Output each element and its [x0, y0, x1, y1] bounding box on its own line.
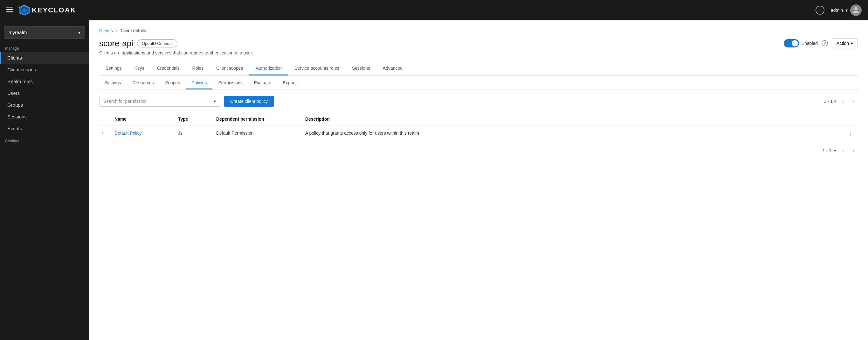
table-row: › Default Policy Js Default Permission A… — [99, 125, 858, 141]
action-button[interactable]: Action ▾ — [832, 38, 858, 48]
sidebar-item-client-scopes[interactable]: Client scopes — [0, 64, 89, 76]
help-icon[interactable]: ? — [815, 6, 825, 15]
policies-table: Name Type Dependent permission Descripti… — [99, 113, 858, 141]
hamburger-menu[interactable] — [6, 7, 13, 14]
enabled-toggle[interactable] — [784, 39, 799, 48]
svg-rect-0 — [6, 7, 13, 8]
pagination-range: 1 - 1 — [824, 99, 833, 104]
user-avatar — [850, 4, 862, 16]
pagination-bottom: 1 - 1 ▾ ‹ › — [99, 141, 858, 160]
sidebar-item-sessions[interactable]: Sessions — [0, 111, 89, 122]
col-actions — [845, 116, 858, 122]
realm-name: myrealm — [8, 30, 27, 35]
sidebar-item-clients[interactable]: Clients — [0, 52, 89, 64]
enabled-help-icon[interactable]: ? — [822, 40, 828, 47]
main-tabs: Settings Keys Credentials Roles Client s… — [99, 62, 858, 76]
pagination-bottom-chevron-icon[interactable]: ▾ — [834, 148, 836, 153]
col-description: Description — [303, 116, 845, 122]
tab-credentials[interactable]: Credentials — [151, 62, 186, 76]
breadcrumb: Clients > Client details — [99, 28, 858, 33]
row-type: Js — [176, 131, 214, 136]
pagination-bottom-range: 1 - 1 — [823, 148, 831, 153]
sidebar-section-configure: Configure — [0, 134, 89, 144]
subtab-policies[interactable]: Policies — [186, 77, 212, 89]
table-header: Name Type Dependent permission Descripti… — [99, 113, 858, 125]
enabled-label: Enabled — [802, 41, 818, 46]
row-name: Default Policy — [112, 131, 176, 136]
sidebar-item-groups[interactable]: Groups — [0, 99, 89, 111]
page-subtitle: Clients are applications and services th… — [99, 50, 858, 55]
breadcrumb-clients-link[interactable]: Clients — [99, 28, 113, 33]
user-dropdown-chevron: ▾ — [845, 8, 848, 13]
sidebar-item-events[interactable]: Events — [0, 122, 89, 134]
page-title: score-api — [99, 38, 133, 48]
top-navigation: KEYCLOAK ? admin ▾ — [0, 0, 868, 20]
search-placeholder-text: Search for permission — [103, 99, 147, 104]
enabled-toggle-container: Enabled — [784, 39, 818, 48]
tab-keys[interactable]: Keys — [128, 62, 151, 76]
openid-connect-badge: OpenID Connect — [137, 39, 178, 48]
tab-roles[interactable]: Roles — [186, 62, 210, 76]
sidebar: myrealm ▾ Manage Clients Client scopes R… — [0, 20, 89, 340]
tab-advanced[interactable]: Advanced — [376, 62, 409, 76]
breadcrumb-separator: > — [116, 28, 118, 33]
next-page-bottom-button[interactable]: › — [849, 146, 858, 155]
page-header-right: Enabled ? Action ▾ — [784, 38, 858, 48]
subtab-export[interactable]: Export — [277, 77, 301, 89]
toolbar-right: 1 - 1 ▾ ‹ › — [824, 97, 858, 106]
col-expand — [99, 116, 112, 122]
tab-authorization[interactable]: Authorization — [249, 62, 288, 76]
user-menu[interactable]: admin ▾ — [831, 4, 862, 16]
breadcrumb-current: Client details — [121, 28, 146, 33]
col-dependent-permission: Dependent permission — [214, 116, 303, 122]
realm-dropdown-icon: ▾ — [78, 30, 81, 35]
tab-settings[interactable]: Settings — [99, 62, 128, 76]
realm-selector[interactable]: myrealm ▾ — [4, 26, 85, 38]
svg-rect-2 — [6, 11, 13, 12]
create-client-policy-button[interactable]: Create client policy — [224, 96, 274, 107]
tab-client-scopes[interactable]: Client scopes — [210, 62, 249, 76]
app-logo: KEYCLOAK — [19, 4, 76, 16]
sidebar-section-manage: Manage — [0, 42, 89, 52]
topnav-right: ? admin ▾ — [815, 4, 862, 16]
prev-page-bottom-button[interactable]: ‹ — [839, 146, 848, 155]
pagination-nav: ‹ › — [839, 97, 858, 106]
row-dependent-permission: Default Permission — [214, 131, 303, 136]
search-dropdown-chevron-icon: ▾ — [214, 99, 216, 104]
subtab-permissions[interactable]: Permissions — [212, 77, 248, 89]
subtab-evaluate[interactable]: Evaluate — [248, 77, 277, 89]
col-type: Type — [176, 116, 214, 122]
username-label: admin — [831, 8, 843, 13]
main-content: Clients > Client details score-api OpenI… — [89, 20, 868, 340]
sidebar-item-realm-roles[interactable]: Realm roles — [0, 76, 89, 87]
pagination-count: 1 - 1 ▾ — [824, 99, 836, 104]
page-header: score-api OpenID Connect Enabled ? Actio… — [99, 38, 858, 48]
row-expand-icon[interactable]: › — [99, 130, 112, 136]
toolbar-left: Search for permission ▾ Create client po… — [99, 96, 274, 107]
tab-service-accounts-roles[interactable]: Service accounts roles — [288, 62, 346, 76]
next-page-button[interactable]: › — [849, 97, 858, 106]
svg-rect-1 — [6, 9, 13, 10]
prev-page-button[interactable]: ‹ — [839, 97, 848, 106]
action-label: Action — [837, 41, 849, 46]
sub-tabs: Settings Resources Scopes Policies Permi… — [99, 77, 858, 89]
subtab-resources[interactable]: Resources — [127, 77, 160, 89]
policy-name-link[interactable]: Default Policy — [115, 131, 142, 136]
permission-search-dropdown[interactable]: Search for permission ▾ — [99, 96, 220, 107]
col-name: Name — [112, 116, 176, 122]
sidebar-item-users[interactable]: Users — [0, 87, 89, 99]
subtab-settings[interactable]: Settings — [99, 77, 127, 89]
pagination-chevron-icon[interactable]: ▾ — [834, 99, 836, 104]
pagination-bottom-nav: ‹ › — [839, 146, 858, 155]
action-chevron-icon: ▾ — [851, 41, 853, 46]
policies-toolbar: Search for permission ▾ Create client po… — [99, 96, 858, 107]
logo-text: KEYCLOAK — [32, 6, 76, 14]
tab-sessions[interactable]: Sessions — [346, 62, 376, 76]
page-header-left: score-api OpenID Connect — [99, 38, 178, 48]
subtab-scopes[interactable]: Scopes — [160, 77, 186, 89]
row-description: A policy that grants access only for use… — [303, 131, 845, 136]
row-more-icon[interactable]: ⋮ — [845, 129, 858, 137]
